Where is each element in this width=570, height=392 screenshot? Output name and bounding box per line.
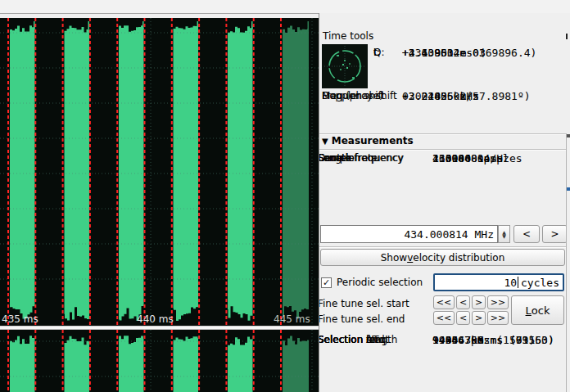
measurements-header[interactable]: ▼Measurements (322, 135, 414, 146)
panel-row: Selection freq1.004 kHz (319, 334, 570, 349)
cycles-value: 10 (504, 277, 517, 289)
row-label: Doppler shift (322, 90, 385, 101)
row-value: +2.2245 km/s (402, 90, 479, 102)
scrollbar[interactable] (566, 133, 570, 392)
fine-tune-step-button[interactable]: > (472, 311, 486, 325)
fine-tune-step-button[interactable]: << (433, 295, 455, 309)
waveform-display[interactable]: 435 ms440 ms445 ms (0, 18, 319, 392)
frequency-input[interactable]: 434.000814 MHz (320, 225, 498, 243)
fine-tune-step-button[interactable]: < (456, 311, 470, 325)
periodic-selection-checkbox[interactable]: ✓ (321, 277, 332, 288)
button-mnemonic: v (407, 252, 413, 264)
app-window: 435 ms440 ms445 ms Time tools t:+436.853… (0, 0, 570, 392)
time-axis-label: 440 ms (137, 313, 174, 325)
waveform-panel-top[interactable]: 435 ms440 ms445 ms (0, 18, 319, 326)
show-velocity-distribution-button[interactable]: Show velocity distribution (320, 249, 565, 266)
panel-row: Q:+3.409612e-03 (319, 47, 570, 61)
cycles-suffix: cycles (521, 277, 559, 289)
panel-row: Source frequency (319, 152, 570, 168)
side-panel: Time tools t:+436.853 ms (69896.4)I:+2.1… (319, 13, 570, 392)
text-cursor (518, 277, 518, 288)
fine-tune-label: Fine tune sel. end (319, 313, 405, 325)
clipped-element-sliver (566, 34, 568, 39)
waveform-panel-bottom[interactable] (0, 330, 319, 392)
fine-tune-step-button[interactable]: > (472, 295, 486, 309)
spin-down-icon[interactable]: ▼ (502, 234, 506, 238)
divider (319, 246, 566, 248)
time-tools-title: Time tools (323, 30, 373, 42)
frequency-prev-button[interactable]: < (513, 225, 540, 243)
measurements-title: Measurements (332, 135, 414, 146)
fine-tune-step-button[interactable]: < (456, 295, 470, 309)
scrollbar-arrow-icon[interactable] (567, 134, 570, 137)
row-value: +3.409612e-03 (402, 47, 486, 59)
fine-tune-step-button[interactable]: >> (487, 295, 509, 309)
row-label: Source frequency (319, 152, 404, 164)
time-axis-label: 435 ms (2, 313, 38, 325)
button-text: Show (381, 252, 407, 264)
row-label: Selection freq (319, 334, 386, 345)
button-text: ock (532, 304, 550, 317)
button-text: elocity distribution (413, 252, 504, 264)
frequency-next-button[interactable]: > (542, 225, 568, 243)
fine-tune-step-button[interactable]: >> (487, 311, 509, 325)
fine-tune-step-button[interactable]: << (433, 311, 455, 325)
cycles-input[interactable]: 10cycles (433, 273, 564, 291)
row-value: 1.004 kHz (432, 334, 490, 346)
frequency-spinner[interactable]: ▲ ▼ (498, 225, 510, 243)
collapse-triangle-icon: ▼ (322, 137, 328, 146)
clipped-element-sliver (567, 187, 570, 191)
lock-button[interactable]: Lock (511, 295, 564, 325)
button-mnemonic: L (526, 304, 532, 317)
divider (319, 149, 566, 151)
panel-row: Doppler shift+2.2245 km/s (319, 90, 570, 105)
fine-tune-label: Fine tune sel. start (319, 298, 409, 309)
periodic-selection-label: Periodic selection (337, 277, 423, 288)
toolbar-strip (0, 0, 570, 14)
row-label: Q: (373, 47, 385, 58)
time-axis-label: 445 ms (274, 313, 310, 325)
